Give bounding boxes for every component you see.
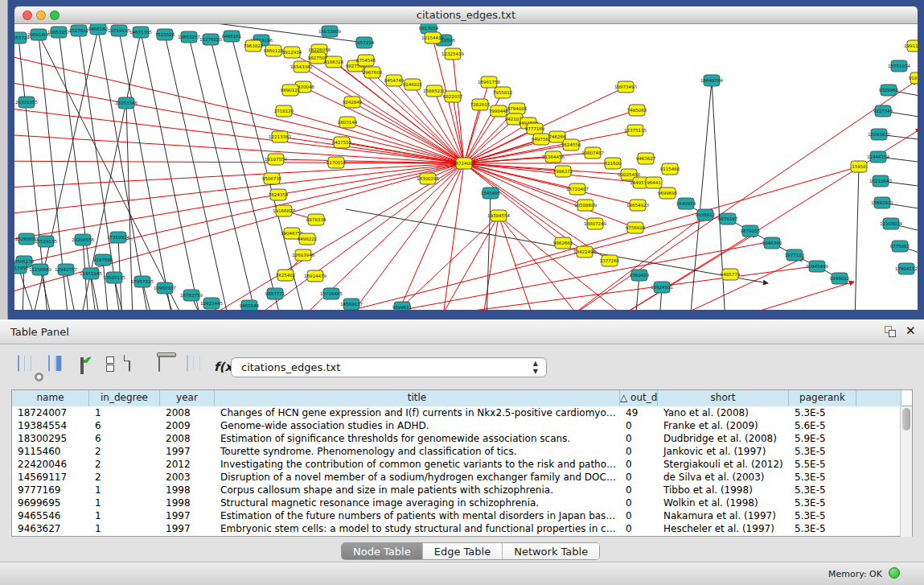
tab-node-table[interactable]: Node Table [342, 543, 423, 560]
graph-edge[interactable] [338, 241, 772, 310]
delete-table-icon[interactable] [156, 356, 179, 378]
graph-edge[interactable] [98, 29, 149, 310]
graph-edge[interactable] [690, 80, 712, 310]
table-cell: 5.3E-5 [789, 509, 856, 522]
table-cell: 2 [89, 445, 160, 458]
select-all-icon[interactable] [80, 358, 103, 381]
table-row[interactable]: 1830029562008Estimation of significance … [12, 432, 912, 445]
column-header-pagerank[interactable]: pagerank [789, 390, 856, 406]
table-row[interactable]: 946362711997Embryonic stem cells: a mode… [12, 522, 912, 535]
table-cell: 1 [89, 406, 160, 419]
graph-edge[interactable] [346, 163, 464, 310]
column-header-short[interactable]: short [658, 390, 789, 406]
table-cell: 0 [620, 419, 658, 432]
graph-edge[interactable] [14, 163, 464, 189]
table-cell: Stergiakouli et al. (2012) [658, 458, 789, 471]
column-header-out_de[interactable]: △ out_de… [620, 390, 658, 406]
graph-node-label: 16033809 [318, 29, 341, 34]
graph-node-label: 8038812 [696, 212, 716, 217]
graph-edge[interactable] [14, 133, 464, 163]
table-row[interactable]: 977716911998Corpus callosum shape and si… [12, 484, 912, 496]
table-mode-icon[interactable] [18, 356, 40, 378]
float-panel-icon[interactable] [885, 326, 897, 339]
table-cell: 0 [620, 484, 658, 496]
table-cell: 0 [620, 509, 658, 522]
graph-node-label: 10973493 [614, 84, 637, 89]
graph-node-label: 10588609 [574, 203, 597, 208]
show-columns-icon[interactable] [48, 356, 71, 378]
graph-node-label: 10853257 [47, 30, 70, 35]
column-header-name[interactable]: name [12, 390, 89, 406]
table-cell: 18300295 [12, 432, 89, 445]
column-header-year[interactable]: year [160, 390, 215, 406]
create-table-icon[interactable] [127, 356, 150, 378]
row-height-icon[interactable] [101, 356, 124, 378]
graph-node-label: 12603948 [292, 253, 314, 257]
graph-node-label: 9227343 [873, 109, 893, 113]
graph-node-label: 6794028 [507, 106, 528, 111]
table-row[interactable]: 1456911722003Disruption of a novel membe… [12, 471, 912, 484]
table-cell: 5.5E-5 [789, 458, 856, 471]
table-row[interactable]: 1938455462009Genome-wide association stu… [12, 419, 912, 432]
graph-node-label: 12942757 [55, 267, 77, 272]
graph-edge[interactable] [394, 163, 464, 310]
tab-edge-table[interactable]: Edge Table [423, 543, 503, 560]
table-row[interactable]: 911546021997Tourette syndrome. Phenomeno… [12, 445, 912, 458]
graph-node-label: 18107554 [265, 157, 287, 162]
table-cell: 1998 [160, 496, 215, 509]
graph-node-label: 9485779 [721, 272, 741, 277]
citation-network-graph[interactable]: 2405572420691406108532571527602846616010… [14, 24, 918, 310]
graph-node-label: 12154419 [421, 35, 444, 40]
graph-edge[interactable] [284, 111, 464, 163]
graph-edge[interactable] [189, 37, 257, 310]
table-row[interactable]: 946554611997Estimation of the future num… [12, 509, 912, 522]
graph-edge[interactable] [442, 163, 464, 310]
scrollbar-thumb[interactable] [902, 408, 910, 431]
table-cell: Hescheler et al. (1997) [658, 522, 789, 535]
graph-node-label: 19654923 [626, 203, 649, 208]
table-row[interactable]: 2242004622012Investigating the contribut… [12, 458, 912, 471]
network-window-titlebar[interactable]: citations_edges.txt [14, 6, 918, 24]
table-vertical-scrollbar[interactable] [900, 406, 912, 537]
table-row[interactable]: 969969511998Structural magnetic resonanc… [12, 496, 912, 509]
table-cell: 2009 [160, 419, 215, 432]
graph-edge[interactable] [14, 163, 464, 302]
graph-edge[interactable] [487, 193, 491, 310]
column-header-in_degree[interactable]: in_degree [89, 390, 160, 406]
graph-node-label: 9360429 [630, 273, 650, 278]
network-graph-canvas[interactable]: 2405572420691406108532571527602846616010… [14, 24, 918, 310]
graph-edge[interactable] [667, 257, 804, 310]
graph-edge[interactable] [515, 167, 859, 266]
graph-edge[interactable] [386, 266, 820, 310]
graph-edge[interactable] [103, 260, 109, 310]
table-cell: 1997 [160, 509, 215, 522]
graph-node-label: 10924501 [651, 285, 673, 290]
table-cell: Wolkin et al. (1998) [658, 496, 789, 509]
graph-edge[interactable] [386, 216, 499, 310]
graph-node-label: 6879197 [718, 216, 738, 221]
table-selector-dropdown[interactable]: citations_edges.txt ▲▼ [231, 357, 547, 377]
graph-node-label: 10958167 [154, 286, 176, 290]
table-row[interactable]: 1872400712008Changes of HCN gene express… [12, 406, 912, 419]
table-cell: 0 [620, 496, 658, 509]
left-dock-strip [0, 0, 8, 319]
graph-edge[interactable] [499, 216, 583, 310]
graph-node-label: 16961758 [478, 80, 500, 84]
dropdown-arrows-icon: ▲▼ [533, 360, 538, 376]
column-header-spacer[interactable] [856, 390, 901, 406]
table-cell [856, 406, 901, 419]
table-panel-header: Table Panel ✕ [0, 320, 924, 344]
close-panel-icon[interactable]: ✕ [906, 323, 916, 338]
memory-ok-indicator [889, 567, 900, 579]
graph-edge[interactable] [119, 31, 173, 310]
table-cell: 14569117 [12, 471, 89, 484]
desktop-background: citations_edges.txt 24055724206914061085… [0, 0, 924, 319]
table-cell: Tourette syndrome. Phenomenology and cla… [215, 445, 620, 458]
graph-edge[interactable] [855, 167, 859, 310]
tab-network-table[interactable]: Network Table [503, 543, 599, 560]
table-selector-value: citations_edges.txt [241, 361, 340, 373]
graph-node-label: 8466161 [222, 34, 242, 39]
network-window: citations_edges.txt 24055724206914061085… [14, 6, 918, 310]
graph-edge[interactable] [141, 32, 201, 310]
column-header-title[interactable]: title [215, 390, 620, 406]
